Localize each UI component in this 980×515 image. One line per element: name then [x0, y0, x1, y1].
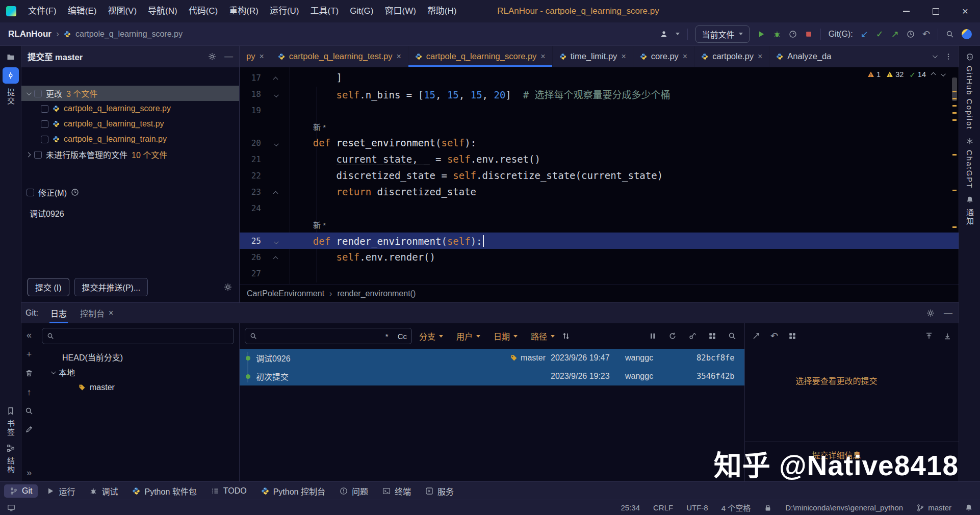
- fold-down-icon[interactable]: [273, 92, 278, 97]
- scroll-bottom-icon[interactable]: [943, 332, 951, 340]
- find-icon[interactable]: [728, 332, 736, 340]
- git-push-button[interactable]: ↗: [891, 30, 899, 39]
- rollback-button[interactable]: ↶: [922, 30, 930, 39]
- add-icon[interactable]: +: [27, 350, 32, 359]
- cherry-pick-icon[interactable]: [688, 332, 697, 340]
- status-item[interactable]: D:\miniconda\envs\general_python: [785, 503, 903, 512]
- warning-stripe-mark[interactable]: [952, 119, 957, 121]
- tabs-overflow-chevron-icon[interactable]: [933, 53, 938, 58]
- bookmarks-tool-label[interactable]: 书签: [5, 420, 16, 437]
- regex-toggle[interactable]: *: [385, 332, 389, 341]
- menu-item[interactable]: 编辑(E): [62, 0, 102, 22]
- fold-marker[interactable]: [266, 251, 285, 263]
- profiler-button[interactable]: [789, 30, 797, 38]
- copilot-icon[interactable]: [966, 53, 974, 61]
- unversioned-checkbox[interactable]: [34, 151, 42, 159]
- chatgpt-icon[interactable]: [966, 137, 974, 145]
- fold-marker[interactable]: [266, 186, 285, 197]
- menu-item[interactable]: 工具(T): [305, 0, 345, 22]
- copilot-tool-label[interactable]: GitHub Copilot: [965, 66, 974, 130]
- filter-路径[interactable]: 路径: [531, 330, 555, 342]
- menu-item[interactable]: 导航(N): [142, 0, 183, 22]
- bookmarks-tool-icon[interactable]: [7, 407, 15, 415]
- warning-stripe-mark[interactable]: [952, 154, 957, 156]
- breadcrumb-method[interactable]: render_environment(): [337, 289, 416, 298]
- hide-panel-icon[interactable]: —: [944, 308, 952, 318]
- user-button[interactable]: [660, 30, 668, 38]
- run-config-selector[interactable]: 当前文件: [695, 25, 750, 43]
- code-line[interactable]: 25 def render_environment(self):: [240, 233, 959, 249]
- editor-tab[interactable]: cartpole_q_learning_test.py×: [271, 46, 408, 67]
- hide-panel-icon[interactable]: —: [224, 52, 233, 62]
- run-button[interactable]: [757, 30, 765, 38]
- menu-item[interactable]: 视图(V): [102, 0, 142, 22]
- rollback-icon[interactable]: ↶: [770, 331, 778, 341]
- fold-marker[interactable]: [266, 72, 285, 83]
- commit-message-input[interactable]: 调试0926: [21, 200, 239, 278]
- scroll-top-icon[interactable]: [925, 332, 933, 340]
- git-commit-button[interactable]: ✓: [876, 30, 884, 39]
- status-item[interactable]: 25:34: [621, 503, 640, 512]
- code-line[interactable]: 19: [240, 102, 959, 118]
- fold-down-icon[interactable]: [273, 239, 278, 244]
- commit-row[interactable]: 初次提交2023/9/26 19:23wanggc3546f42b: [240, 367, 744, 385]
- arrow-up-icon[interactable]: ↑: [27, 388, 32, 397]
- project-tool-icon[interactable]: [7, 53, 15, 61]
- inspections-widget[interactable]: 1 32 ✓14: [867, 70, 944, 79]
- menu-item[interactable]: 窗口(W): [379, 0, 422, 22]
- delete-icon[interactable]: [25, 369, 33, 377]
- branch-master-row[interactable]: master: [42, 380, 234, 395]
- changelist-file[interactable]: cartpole_q_learning_test.py: [21, 116, 239, 132]
- warning-stripe-mark[interactable]: [952, 112, 957, 114]
- status-item[interactable]: 4 个空格: [721, 502, 751, 513]
- match-case-toggle[interactable]: Cc: [398, 332, 407, 341]
- warning-stripe-mark[interactable]: [952, 98, 957, 99]
- chatgpt-tool-label[interactable]: ChatGPT: [965, 150, 974, 189]
- fold-up-icon[interactable]: [273, 191, 278, 196]
- menu-item[interactable]: 运行(U): [264, 0, 305, 22]
- code-editor[interactable]: 17 ]18 self.n_bins = [15, 15, 15, 20] # …: [240, 67, 959, 284]
- tabs-menu-icon[interactable]: [944, 53, 952, 61]
- code-line[interactable]: 24: [240, 200, 959, 216]
- editor-tab[interactable]: cartpole_q_learning_score.py×: [408, 46, 553, 67]
- user-avatar[interactable]: [962, 29, 972, 39]
- menu-item[interactable]: 帮助(H): [422, 0, 462, 22]
- menu-item[interactable]: 重构(R): [223, 0, 264, 22]
- status-item[interactable]: UTF-8: [686, 503, 708, 512]
- grid-view-icon[interactable]: [708, 332, 716, 340]
- intellisort-icon[interactable]: [562, 332, 570, 340]
- warning-stripe-mark[interactable]: [952, 226, 957, 228]
- navigate-icon[interactable]: [752, 332, 760, 340]
- error-stripe-scrollbar[interactable]: [951, 67, 958, 284]
- commit-and-push-button[interactable]: 提交并推送(P)...: [74, 278, 148, 296]
- filter-用户[interactable]: 用户: [456, 330, 480, 342]
- commit-button[interactable]: 提交 (I): [28, 278, 69, 296]
- commit-tool-label[interactable]: 提交: [5, 88, 16, 106]
- git-update-button[interactable]: ↙: [861, 30, 868, 39]
- code-line[interactable]: 20 def reset_environment(self):: [240, 135, 959, 151]
- structure-tool-label[interactable]: 结构: [5, 457, 16, 474]
- commit-row[interactable]: 调试0926master2023/9/26 19:47wanggc82bcf8f…: [240, 349, 744, 367]
- status-item[interactable]: [965, 504, 973, 512]
- fold-up-icon[interactable]: [273, 77, 278, 82]
- tool-window-button-Git[interactable]: Git: [4, 484, 38, 498]
- commit-tool-button[interactable]: [3, 67, 19, 84]
- code-line[interactable]: 18 self.n_bins = [15, 15, 15, 20] # 选择每个…: [240, 86, 959, 102]
- close-tab-icon[interactable]: ×: [397, 52, 401, 61]
- code-line[interactable]: 新 *: [240, 118, 959, 135]
- fold-up-icon[interactable]: [273, 256, 278, 262]
- amend-checkbox[interactable]: [27, 189, 34, 196]
- status-item[interactable]: [764, 504, 772, 512]
- history-icon[interactable]: [71, 188, 79, 196]
- search-icon[interactable]: [25, 407, 33, 415]
- stop-button[interactable]: [805, 30, 813, 38]
- tool-window-button-Python 控制台[interactable]: Python 控制台: [255, 483, 331, 499]
- history-button[interactable]: [907, 30, 915, 38]
- close-tab-icon[interactable]: ×: [259, 52, 264, 61]
- notifications-tool-label[interactable]: 通知: [964, 209, 975, 226]
- search-everywhere-button[interactable]: [946, 30, 954, 38]
- code-line[interactable]: 17 ]: [240, 69, 959, 86]
- collapse-icon[interactable]: «: [27, 330, 32, 340]
- file-checkbox[interactable]: [41, 105, 48, 113]
- warning-stripe-mark[interactable]: [952, 105, 957, 107]
